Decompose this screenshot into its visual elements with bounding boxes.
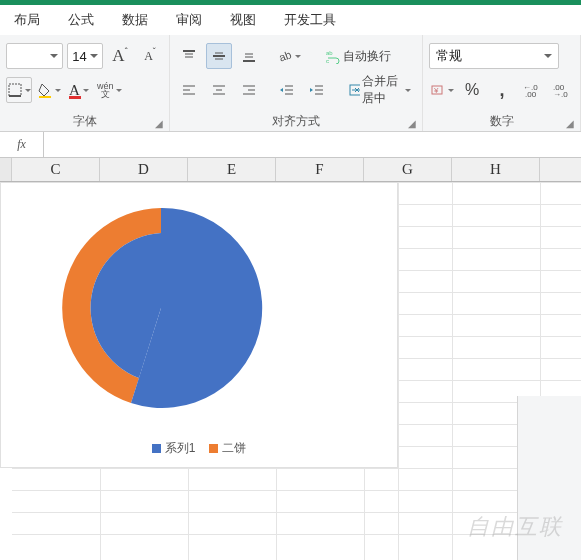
svg-text:ab: ab [277, 48, 293, 63]
legend-item-series2[interactable]: 二饼 [209, 440, 246, 457]
tab-view[interactable]: 视图 [216, 5, 270, 35]
decrease-font-icon: A [144, 49, 153, 64]
svg-text:→.0: →.0 [553, 90, 568, 98]
align-bottom-icon [241, 48, 257, 64]
legend-swatch-1 [152, 444, 161, 453]
ribbon-group-number: 常规 ¥ % , ←.0.00 .00→.0 [423, 35, 581, 131]
pie-chart [1, 183, 399, 469]
merge-center-icon [349, 82, 360, 98]
legend-item-series1[interactable]: 系列1 [152, 440, 196, 457]
col-header-h[interactable]: H [452, 158, 540, 181]
align-center-button[interactable] [206, 77, 232, 103]
align-bottom-button[interactable] [236, 43, 262, 69]
font-name-combo[interactable] [6, 43, 63, 69]
fill-color-icon [37, 82, 53, 98]
decrease-indent-icon [279, 82, 295, 98]
col-header-f[interactable]: F [276, 158, 364, 181]
font-color-button[interactable]: A [66, 77, 92, 103]
svg-text:¥: ¥ [433, 86, 439, 95]
col-header-c[interactable]: C [12, 158, 100, 181]
percent-button[interactable]: % [459, 77, 485, 103]
col-header-g[interactable]: G [364, 158, 452, 181]
font-size-combo[interactable]: 14 [67, 43, 103, 69]
borders-icon [7, 82, 23, 98]
increase-decimal-icon: ←.0.00 [523, 82, 541, 98]
comma-icon: , [499, 80, 504, 101]
decrease-indent-button[interactable] [274, 77, 300, 103]
col-header-next[interactable] [540, 158, 581, 181]
align-top-button[interactable] [176, 43, 202, 69]
worksheet[interactable]: C D E F G H [0, 158, 581, 560]
align-left-icon [181, 82, 197, 98]
currency-icon: ¥ [430, 82, 446, 98]
merge-center-label: 合并后居中 [362, 73, 403, 107]
tab-review[interactable]: 审阅 [162, 5, 216, 35]
select-all-corner[interactable] [0, 158, 12, 181]
align-left-button[interactable] [176, 77, 202, 103]
increase-indent-button[interactable] [304, 77, 330, 103]
currency-button[interactable]: ¥ [429, 77, 455, 103]
chart-plot-area: 系列1 二饼 [1, 183, 397, 467]
wrap-text-label: 自动换行 [343, 48, 391, 65]
number-format-combo[interactable]: 常规 [429, 43, 559, 69]
legend-label-2: 二饼 [222, 440, 246, 457]
align-right-button[interactable] [236, 77, 262, 103]
legend-swatch-2 [209, 444, 218, 453]
font-size-value: 14 [72, 49, 86, 64]
svg-text:c: c [326, 58, 329, 64]
chart-legend: 系列1 二饼 [1, 440, 397, 457]
wrap-text-icon: abc [325, 48, 341, 64]
formula-input[interactable] [44, 132, 581, 157]
svg-text:ab: ab [326, 50, 333, 56]
font-group-label: 字体 [73, 113, 97, 130]
ribbon-group-font: 14 Aˆ Aˇ A [0, 35, 170, 131]
decrease-font-button[interactable]: Aˇ [137, 43, 163, 69]
ribbon-group-align: ab abc 自动换行 [170, 35, 423, 131]
align-group-label: 对齐方式 [272, 113, 320, 130]
increase-font-icon: A [112, 46, 124, 66]
tab-formula[interactable]: 公式 [54, 5, 108, 35]
svg-text:.00: .00 [525, 90, 537, 98]
orientation-icon: ab [277, 48, 293, 64]
formula-bar: fx [0, 132, 581, 158]
watermark: 自由互联 [467, 512, 563, 542]
percent-icon: % [465, 81, 479, 99]
wrap-text-button[interactable]: abc 自动换行 [320, 43, 396, 69]
column-headers: C D E F G H [0, 158, 581, 182]
svg-rect-2 [39, 96, 51, 98]
comma-style-button[interactable]: , [489, 77, 515, 103]
svg-rect-0 [9, 84, 21, 96]
decrease-decimal-icon: .00→.0 [553, 82, 571, 98]
number-group-launcher[interactable]: ◢ [564, 117, 576, 129]
align-middle-icon [211, 48, 227, 64]
align-right-icon [241, 82, 257, 98]
fx-label[interactable]: fx [0, 132, 44, 157]
legend-label-1: 系列1 [165, 440, 196, 457]
increase-indent-icon [309, 82, 325, 98]
ribbon: 14 Aˆ Aˇ A [0, 35, 581, 132]
borders-button[interactable] [6, 77, 32, 103]
align-top-icon [181, 48, 197, 64]
chart-object[interactable]: 系列1 二饼 [0, 182, 398, 468]
tab-developer[interactable]: 开发工具 [270, 5, 350, 35]
tab-data[interactable]: 数据 [108, 5, 162, 35]
col-header-e[interactable]: E [188, 158, 276, 181]
align-center-icon [211, 82, 227, 98]
number-format-value: 常规 [436, 47, 462, 65]
increase-decimal-button[interactable]: ←.0.00 [519, 77, 545, 103]
phonetic-button[interactable]: wén文 [96, 77, 123, 103]
number-group-label: 数字 [490, 113, 514, 130]
phonetic-icon: wén文 [97, 82, 114, 98]
orientation-button[interactable]: ab [276, 43, 302, 69]
decrease-decimal-button[interactable]: .00→.0 [549, 77, 575, 103]
increase-font-button[interactable]: Aˆ [107, 43, 133, 69]
col-header-d[interactable]: D [100, 158, 188, 181]
ribbon-tabs: 布局 公式 数据 审阅 视图 开发工具 [0, 5, 581, 35]
tab-layout[interactable]: 布局 [0, 5, 54, 35]
merge-center-button[interactable]: 合并后居中 [344, 77, 416, 103]
font-group-launcher[interactable]: ◢ [153, 117, 165, 129]
align-group-launcher[interactable]: ◢ [406, 117, 418, 129]
align-middle-button[interactable] [206, 43, 232, 69]
fill-color-button[interactable] [36, 77, 62, 103]
